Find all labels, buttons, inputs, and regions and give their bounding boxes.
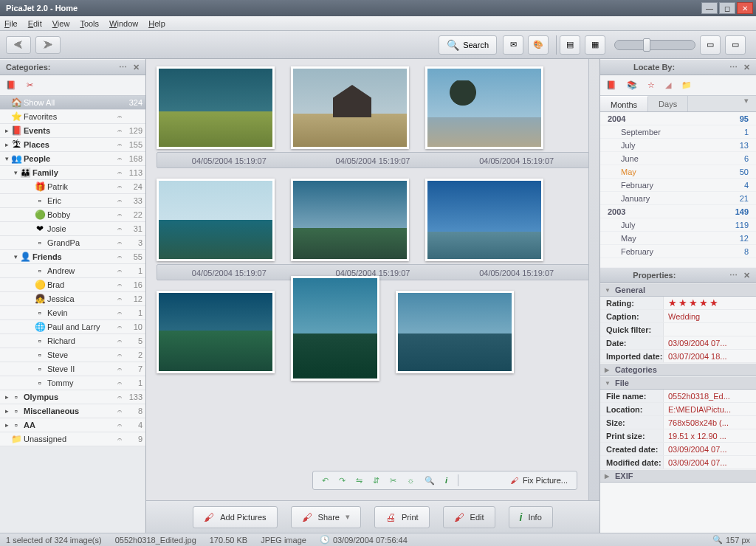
locate-month-row[interactable]: July13 — [600, 139, 756, 152]
properties-list[interactable]: ▼General Rating:★★★★★ Caption:Wedding Qu… — [600, 283, 756, 533]
thumbnail[interactable] — [291, 276, 379, 381]
maximize-button[interactable]: ◻ — [719, 2, 735, 14]
menu-file[interactable]: File — [4, 19, 18, 28]
category-row[interactable]: ▫Kevin𝄐1 — [0, 306, 145, 320]
share-button[interactable]: 🖌Share▾ — [291, 506, 361, 528]
thumbnail[interactable] — [425, 66, 543, 149]
expand-icon[interactable]: ▸ — [3, 407, 10, 415]
group-exif[interactable]: ▶EXIF — [600, 469, 756, 483]
sort-icon[interactable]: ▾ — [737, 96, 756, 111]
new-category-icon[interactable]: 📕 — [6, 80, 16, 90]
nav-forward-button[interactable]: ⮞ — [35, 36, 61, 54]
view-mode-4[interactable]: ▭ — [725, 35, 746, 55]
category-row[interactable]: ▸▫Miscellaneous𝄐8 — [0, 404, 145, 418]
thumbnail[interactable] — [396, 291, 514, 373]
category-row[interactable]: 🏠Show All324 — [0, 96, 145, 110]
locate-erase-icon[interactable]: ◢ — [665, 80, 671, 90]
locate-book-icon[interactable]: 📕 — [606, 80, 616, 90]
locate-month-row[interactable]: July119 — [600, 218, 756, 232]
mail-icon[interactable]: ✉ — [503, 35, 523, 55]
menu-window[interactable]: Window — [109, 19, 138, 28]
add-pictures-button[interactable]: 🖌Add Pictures — [193, 506, 277, 528]
category-row[interactable]: 🟢Bobby𝄐22 — [0, 208, 145, 222]
close-button[interactable]: ✕ — [737, 2, 753, 14]
thumb-size-slider[interactable] — [614, 40, 695, 50]
panel-menu-icon[interactable]: ⋯ — [729, 271, 739, 280]
edit-button[interactable]: 🖌Edit — [443, 506, 495, 528]
category-row[interactable]: ❤Josie𝄐31 — [0, 222, 145, 236]
crop-icon[interactable]: ✂ — [390, 476, 396, 485]
panel-close-icon[interactable]: ✕ — [133, 63, 140, 72]
category-row[interactable]: ⭐Favorites𝄐 — [0, 110, 145, 124]
category-row[interactable]: ▫Tommy𝄐1 — [0, 376, 145, 390]
locate-month-row[interactable]: May50 — [600, 165, 756, 179]
search-button[interactable]: 🔍 Search — [439, 35, 497, 55]
print-button[interactable]: 🖨Print — [374, 506, 430, 528]
expand-icon[interactable]: ▸ — [3, 421, 10, 429]
rotate-left-icon[interactable]: ↶ — [322, 476, 329, 485]
info-small-icon[interactable]: i — [445, 476, 447, 485]
info-button[interactable]: iInfo — [509, 506, 553, 528]
flip-v-icon[interactable]: ⇵ — [373, 476, 379, 485]
menu-help[interactable]: Help — [148, 19, 165, 28]
expand-icon[interactable]: ▸ — [3, 393, 10, 401]
thumbnail[interactable] — [157, 66, 275, 149]
view-mode-3[interactable]: ▭ — [700, 35, 721, 55]
category-tree[interactable]: 🏠Show All324⭐Favorites𝄐▸📕Events𝄐129▸🏝Pla… — [0, 96, 145, 533]
group-general[interactable]: ▼General — [600, 283, 756, 297]
category-row[interactable]: ▾👥People𝄐168 — [0, 152, 145, 166]
panel-menu-icon[interactable]: ⋯ — [729, 63, 739, 72]
locate-list[interactable]: 200495September1July13June6May50February… — [600, 112, 756, 267]
locate-month-row[interactable]: June6 — [600, 152, 756, 165]
category-row[interactable]: 📁Unassigned𝄐9 — [0, 432, 145, 446]
flip-h-icon[interactable]: ⇋ — [356, 476, 362, 485]
category-row[interactable]: ▫GrandPa𝄐3 — [0, 236, 145, 250]
thumbnail[interactable] — [157, 291, 275, 373]
group-categories[interactable]: ▶Categories — [600, 363, 756, 376]
tab-months[interactable]: Months — [600, 96, 648, 111]
locate-month-row[interactable]: September1 — [600, 125, 756, 139]
panel-close-icon[interactable]: ✕ — [743, 63, 750, 72]
menu-edit[interactable]: Edit — [28, 19, 42, 28]
locate-folder-icon[interactable]: 📁 — [681, 80, 692, 90]
category-row[interactable]: ▫Eric𝄐33 — [0, 194, 145, 208]
zoom-icon[interactable]: 🔍 — [425, 476, 435, 485]
locate-year-row[interactable]: 200495 — [600, 112, 756, 125]
tab-days[interactable]: Days — [648, 96, 688, 111]
category-row[interactable]: ▸▫Olympus𝄐133 — [0, 390, 145, 404]
category-row[interactable]: 🎁Patrik𝄐24 — [0, 180, 145, 194]
menu-view[interactable]: View — [52, 19, 70, 28]
category-row[interactable]: 🌐Paul and Larry𝄐10 — [0, 320, 145, 334]
locate-books-icon[interactable]: 📚 — [627, 80, 637, 90]
category-row[interactable]: ▸🏝Places𝄐155 — [0, 138, 145, 152]
category-row[interactable]: ▸📕Events𝄐129 — [0, 124, 145, 138]
group-file[interactable]: ▼File — [600, 376, 756, 390]
expand-icon[interactable]: ▸ — [3, 127, 10, 134]
locate-star-icon[interactable]: ☆ — [647, 80, 655, 90]
nav-back-button[interactable]: ⮜ — [6, 36, 31, 54]
category-row[interactable]: 👧Jessica𝄐12 — [0, 292, 145, 306]
view-mode-2[interactable]: ▦ — [585, 35, 605, 55]
category-row[interactable]: 🟡Brad𝄐16 — [0, 278, 145, 292]
rating-value[interactable]: ★★★★★ — [664, 297, 756, 308]
palette-icon[interactable]: 🎨 — [528, 35, 549, 55]
thumbnail[interactable] — [425, 179, 543, 261]
expand-icon[interactable]: ▸ — [3, 141, 10, 148]
panel-close-icon[interactable]: ✕ — [743, 271, 750, 280]
view-mode-1[interactable]: ▤ — [560, 35, 580, 55]
rotate-right-icon[interactable]: ↷ — [339, 476, 346, 485]
category-row[interactable]: ▸▫AA𝄐4 — [0, 418, 145, 432]
locate-year-row[interactable]: 2003149 — [600, 205, 756, 218]
expand-icon[interactable]: ▾ — [12, 169, 19, 176]
fix-picture-button[interactable]: 🖌Fix Picture... — [510, 476, 568, 485]
panel-menu-icon[interactable]: ⋯ — [119, 63, 128, 72]
category-row[interactable]: ▫Andrew𝄐1 — [0, 264, 145, 278]
category-row[interactable]: ▫Steve II𝄐7 — [0, 362, 145, 376]
cut-icon[interactable]: ✂ — [27, 80, 33, 90]
category-row[interactable]: ▾👪Family𝄐113 — [0, 166, 145, 180]
category-row[interactable]: ▾👤Friends𝄐55 — [0, 250, 145, 264]
locate-month-row[interactable]: May12 — [600, 232, 756, 245]
locate-month-row[interactable]: January21 — [600, 192, 756, 205]
brightness-icon[interactable]: ☼ — [407, 476, 414, 485]
thumbnail-grid[interactable]: 04/05/2004 15:19:0704/05/2004 15:19:0704… — [146, 59, 599, 500]
